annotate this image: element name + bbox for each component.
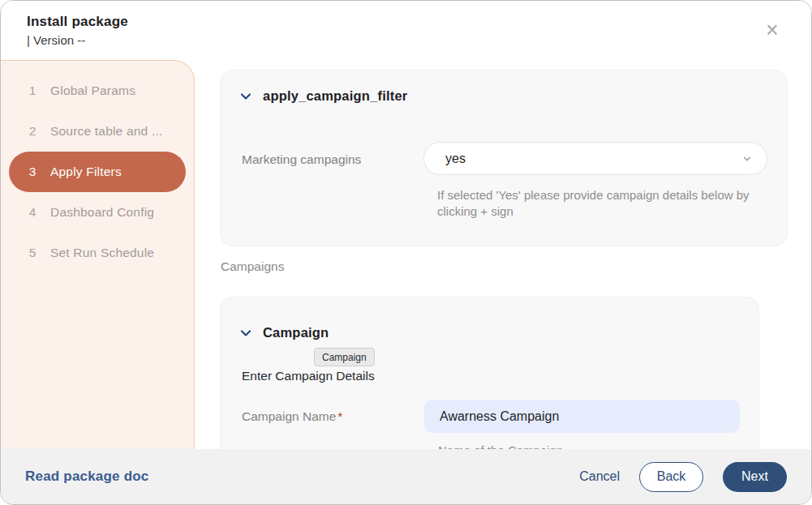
footer-actions: Cancel Back Next bbox=[579, 462, 787, 492]
back-button[interactable]: Back bbox=[639, 462, 703, 492]
campaigns-section-label: Campaigns bbox=[221, 259, 284, 274]
modal-header: Install package | Version -- × bbox=[1, 1, 811, 60]
chevron-down-icon bbox=[239, 327, 252, 340]
apply-campaign-filter-card: apply_campaign_filter Marketing campagin… bbox=[220, 70, 788, 246]
step-label: Source table and ... bbox=[50, 124, 162, 139]
section-header-apply-campaign-filter[interactable]: apply_campaign_filter bbox=[239, 88, 407, 104]
sidebar-item-apply-filters[interactable]: 3 Apply Filters bbox=[9, 152, 186, 192]
select-help-text: If selected 'Yes' please provide campaig… bbox=[437, 187, 752, 220]
modal-footer: Read package doc Cancel Back Next bbox=[1, 449, 811, 504]
next-button[interactable]: Next bbox=[723, 462, 787, 492]
campaign-name-label: Campaign Name* bbox=[242, 409, 342, 424]
close-icon[interactable]: × bbox=[761, 19, 784, 41]
install-package-modal: Install package | Version -- × 1 Global … bbox=[0, 0, 812, 505]
campaign-card: Campaign Campaign Enter Campaign Details… bbox=[220, 297, 759, 451]
section-title: apply_campaign_filter bbox=[263, 88, 407, 104]
sidebar-item-source-table[interactable]: 2 Source table and ... bbox=[9, 111, 186, 152]
select-value: yes bbox=[445, 152, 466, 166]
chevron-down-icon bbox=[239, 90, 252, 103]
step-label: Dashboard Config bbox=[50, 205, 154, 220]
cancel-button[interactable]: Cancel bbox=[579, 469, 620, 484]
sidebar-item-global-params[interactable]: 1 Global Params bbox=[9, 71, 186, 111]
step-label: Set Run Schedule bbox=[50, 246, 154, 260]
marketing-campaigns-select[interactable]: yes bbox=[423, 142, 767, 175]
step-number: 5 bbox=[27, 246, 38, 260]
step-number: 4 bbox=[27, 205, 38, 220]
chevron-down-icon bbox=[742, 154, 752, 164]
page-title: Install package bbox=[27, 14, 128, 30]
step-number: 1 bbox=[27, 83, 38, 98]
sidebar-item-set-run-schedule[interactable]: 5 Set Run Schedule bbox=[9, 233, 186, 273]
campaign-name-input[interactable] bbox=[424, 400, 740, 433]
sidebar-item-dashboard-config[interactable]: 4 Dashboard Config bbox=[9, 192, 186, 233]
marketing-campaigns-label: Marketing campagins bbox=[242, 152, 361, 167]
step-number: 2 bbox=[27, 124, 38, 139]
campaign-name-label-text: Campaign Name bbox=[242, 409, 336, 423]
required-asterisk: * bbox=[337, 409, 342, 423]
step-label: Global Params bbox=[50, 83, 135, 98]
wizard-steps-sidebar: 1 Global Params 2 Source table and ... 3… bbox=[1, 60, 195, 451]
campaign-card-title: Campaign bbox=[263, 325, 329, 340]
section-header-campaign[interactable]: Campaign bbox=[239, 325, 329, 340]
version-subtitle: | Version -- bbox=[27, 33, 85, 47]
step-label: Apply Filters bbox=[50, 165, 122, 179]
read-package-doc-link[interactable]: Read package doc bbox=[25, 469, 148, 485]
main-content: apply_campaign_filter Marketing campagin… bbox=[220, 60, 788, 451]
campaign-tooltip: Campaign bbox=[314, 348, 375, 366]
step-number: 3 bbox=[27, 165, 38, 179]
enter-campaign-details-text: Enter Campaign Details bbox=[242, 369, 375, 383]
